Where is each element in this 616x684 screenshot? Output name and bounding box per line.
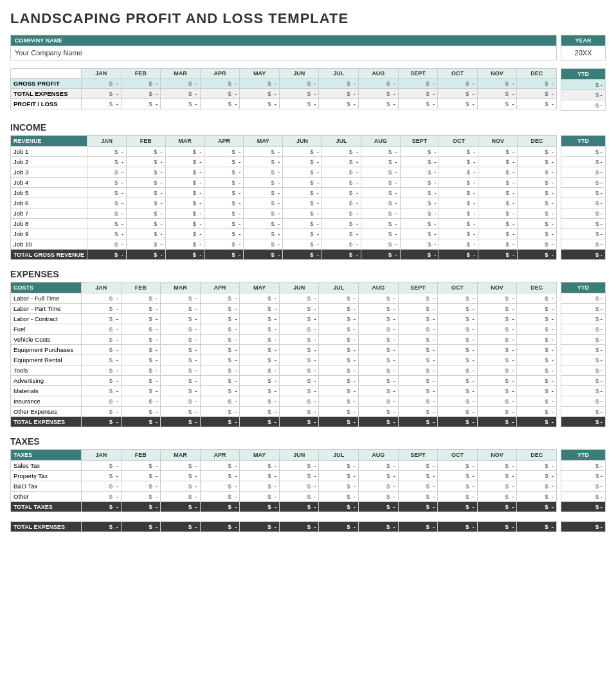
summary-header-nov: NOV — [477, 69, 517, 79]
expenses-header-label: COSTS — [11, 282, 82, 293]
income-section-title: INCOME — [10, 122, 606, 133]
summary-header-dec: DEC — [517, 69, 557, 79]
expenses-section: COSTS JAN FEB MAR APR MAY JUN JUL AUG SE… — [10, 282, 606, 427]
summary-ytd-header: YTD — [561, 69, 606, 80]
income-main-table: REVENUE JAN FEB MAR APR MAY JUN JUL AUG … — [10, 135, 557, 260]
summary-header-feb: FEB — [121, 69, 161, 79]
expenses-section-title: EXPENSES — [10, 269, 606, 279]
final-ytd-block: $ - — [561, 521, 606, 532]
final-total-section: TOTAL EXPENSES $ -$ -$ -$ -$ -$ -$ -$ -$… — [10, 521, 606, 532]
income-header-label: REVENUE — [11, 136, 87, 147]
summary-header-jul: JUL — [319, 69, 359, 79]
taxes-main-table: TAXES JAN FEB MAR APR MAY JUN JUL AUG SE… — [10, 449, 557, 512]
summary-header-may: MAY — [240, 69, 280, 79]
taxes-ytd-block: YTD $ -$ -$ -$ -$ - — [561, 449, 606, 512]
year-label: YEAR — [561, 35, 605, 46]
year-block: YEAR 20XX — [561, 35, 606, 60]
expenses-ytd-block: YTD $ -$ -$ -$ -$ -$ -$ -$ -$ -$ -$ -$ -… — [561, 282, 606, 427]
income-section: REVENUE JAN FEB MAR APR MAY JUN JUL AUG … — [10, 135, 606, 260]
final-total-main: TOTAL EXPENSES $ -$ -$ -$ -$ -$ -$ -$ -$… — [10, 521, 557, 532]
year-value[interactable]: 20XX — [561, 46, 605, 60]
income-ytd-header: YTD — [561, 136, 606, 147]
summary-ytd-block: YTD $ -$ -$ - — [561, 68, 606, 111]
summary-header-apr: APR — [200, 69, 240, 79]
taxes-section: TAXES JAN FEB MAR APR MAY JUN JUL AUG SE… — [10, 449, 606, 512]
company-name-value[interactable]: Your Company Name — [11, 46, 556, 60]
page-title: LANDSCAPING PROFIT AND LOSS TEMPLATE — [10, 10, 606, 27]
summary-main-table: JAN FEB MAR APR MAY JUN JUL AUG SEPT OCT… — [10, 68, 557, 111]
expenses-main-table: COSTS JAN FEB MAR APR MAY JUN JUL AUG SE… — [10, 282, 557, 427]
taxes-ytd-header: YTD — [561, 450, 606, 461]
company-name-block: COMPANY NAME Your Company Name — [10, 35, 557, 60]
expenses-ytd-header: YTD — [561, 282, 606, 293]
summary-section: JAN FEB MAR APR MAY JUN JUL AUG SEPT OCT… — [10, 68, 606, 111]
summary-header-mar: MAR — [161, 69, 201, 79]
income-ytd-block: YTD $ -$ -$ -$ -$ -$ -$ -$ -$ -$ -$ - — [561, 135, 606, 260]
summary-header-oct: OCT — [438, 69, 478, 79]
summary-header-jan: JAN — [82, 69, 122, 79]
taxes-section-title: TAXES — [10, 436, 606, 447]
company-name-label: COMPANY NAME — [11, 35, 556, 46]
summary-header-jun: JUN — [279, 69, 319, 79]
taxes-header-label: TAXES — [11, 450, 82, 461]
summary-header-sept: SEPT — [398, 69, 438, 79]
summary-header-aug: AUG — [359, 69, 399, 79]
company-header: COMPANY NAME Your Company Name YEAR 20XX — [10, 35, 606, 60]
